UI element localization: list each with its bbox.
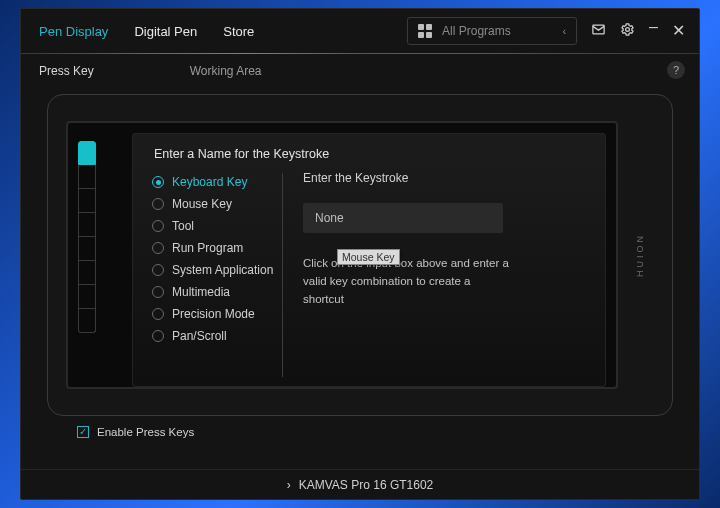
sub-tabbar: Press Key Working Area ? (21, 54, 699, 88)
express-key-7[interactable] (78, 285, 96, 309)
subtab-press-key[interactable]: Press Key (39, 64, 94, 78)
option-system-application[interactable]: System Application (152, 259, 282, 281)
mail-icon[interactable] (591, 22, 606, 40)
program-picker-label: All Programs (442, 24, 511, 38)
radio-icon (152, 264, 164, 276)
option-multimedia[interactable]: Multimedia (152, 281, 282, 303)
gear-icon[interactable] (620, 22, 635, 40)
app-window: Pen Display Digital Pen Store All Progra… (20, 8, 700, 500)
program-picker[interactable]: All Programs ‹ (407, 17, 577, 45)
option-tool[interactable]: Tool (152, 215, 282, 237)
radio-icon (152, 286, 164, 298)
apps-grid-icon (418, 24, 432, 38)
main-tabs: Pen Display Digital Pen Store (39, 24, 254, 39)
chevron-left-icon: ‹ (562, 25, 566, 37)
express-key-6[interactable] (78, 261, 96, 285)
option-pan-scroll[interactable]: Pan/Scroll (152, 325, 282, 347)
express-key-column (68, 123, 102, 387)
radio-icon (152, 176, 164, 188)
panel-title: Enter a Name for the Keystroke (132, 147, 606, 171)
subtab-working-area[interactable]: Working Area (190, 64, 262, 78)
keystroke-input[interactable]: None (303, 203, 503, 233)
keystroke-hint: Click on the input box above and enter a… (303, 255, 513, 308)
action-type-list[interactable]: Keyboard Key Mouse Key Tool Run Program … (132, 171, 282, 387)
radio-icon (152, 308, 164, 320)
device-footer[interactable]: › KAMVAS Pro 16 GT1602 (21, 469, 699, 499)
option-keyboard-key[interactable]: Keyboard Key (152, 171, 282, 193)
enable-press-keys-row[interactable]: ✓ Enable Press Keys (47, 416, 673, 438)
tab-store[interactable]: Store (223, 24, 254, 39)
tab-digital-pen[interactable]: Digital Pen (134, 24, 197, 39)
option-precision-mode[interactable]: Precision Mode (152, 303, 282, 325)
tab-pen-display[interactable]: Pen Display (39, 24, 108, 39)
express-key-4[interactable] (78, 213, 96, 237)
radio-icon (152, 242, 164, 254)
radio-icon (152, 330, 164, 342)
close-icon[interactable]: ✕ (672, 23, 685, 39)
option-mouse-key[interactable]: Mouse Key (152, 193, 282, 215)
device-name: KAMVAS Pro 16 GT1602 (299, 478, 434, 492)
minimize-icon[interactable]: – (649, 18, 658, 36)
enable-press-keys-label: Enable Press Keys (97, 426, 194, 438)
express-key-1[interactable] (78, 141, 96, 165)
keystroke-entry-pane: Enter the Keystroke None Click on the in… (283, 171, 606, 387)
tooltip: Mouse Key (337, 249, 400, 265)
svg-point-1 (626, 28, 630, 32)
express-key-8[interactable] (78, 309, 96, 333)
help-icon[interactable]: ? (667, 61, 685, 79)
express-key-2[interactable] (78, 165, 96, 189)
keystroke-entry-title: Enter the Keystroke (303, 171, 588, 185)
radio-icon (152, 198, 164, 210)
express-key-5[interactable] (78, 237, 96, 261)
radio-icon (152, 220, 164, 232)
titlebar: Pen Display Digital Pen Store All Progra… (21, 9, 699, 53)
checkbox-checked-icon[interactable]: ✓ (77, 426, 89, 438)
option-run-program[interactable]: Run Program (152, 237, 282, 259)
express-key-3[interactable] (78, 189, 96, 213)
stage: HUION Enter a Name for the Keystroke (21, 88, 699, 469)
brand-label: HUION (635, 233, 645, 277)
chevron-right-icon: › (287, 478, 291, 492)
